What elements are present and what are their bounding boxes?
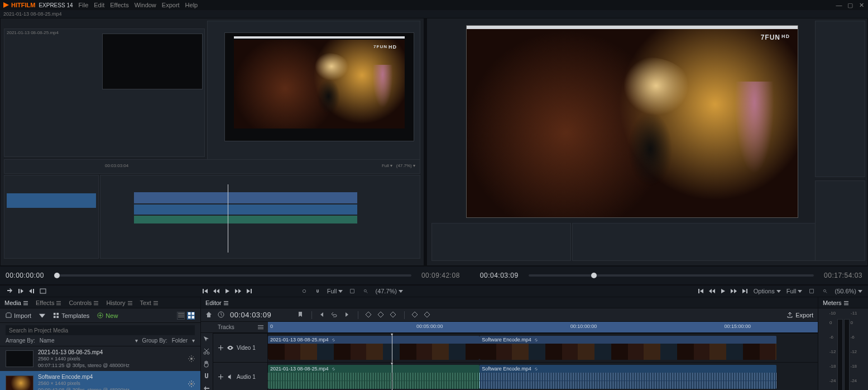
loop-icon[interactable] [6, 287, 13, 295]
menu-file[interactable]: File [79, 2, 89, 8]
playback-controls-right [697, 287, 749, 295]
quality-dropdown-right[interactable]: Full [787, 288, 803, 294]
dropdown-icon[interactable] [39, 312, 45, 318]
prev-frame-icon[interactable] [697, 287, 704, 295]
window-maximize[interactable]: ▢ [847, 2, 853, 9]
search-input[interactable] [6, 325, 195, 335]
grid-view-icon[interactable] [187, 312, 195, 320]
play-icon[interactable] [223, 287, 231, 295]
hand-tool-icon[interactable] [203, 360, 212, 369]
next-edit-icon[interactable] [343, 311, 351, 319]
meter-r [844, 319, 850, 390]
gear-icon[interactable] [188, 355, 195, 362]
tab-effects[interactable]: Effects [36, 299, 61, 306]
menu-help[interactable]: Help [185, 2, 198, 8]
home-icon[interactable] [205, 311, 213, 319]
next-frame-icon[interactable] [741, 287, 749, 295]
export-frame-icon[interactable] [39, 287, 47, 295]
add-icon[interactable] [218, 374, 224, 380]
fullscreen-icon[interactable] [348, 287, 356, 295]
editor-timecode[interactable]: 00:04:03:09 [230, 311, 271, 319]
zoom-icon[interactable] [821, 287, 829, 295]
zoom-dropdown-left[interactable]: (47.7%) [375, 288, 403, 294]
playhead[interactable] [392, 363, 392, 390]
step-fwd-icon[interactable] [730, 287, 738, 295]
tab-media[interactable]: Media [4, 299, 28, 306]
arrange-dropdown[interactable]: Name [40, 337, 55, 344]
tab-text[interactable]: Text [140, 299, 158, 306]
scrubber-left[interactable] [54, 274, 411, 277]
prev-frame-icon[interactable] [201, 287, 209, 295]
step-back-icon[interactable] [212, 287, 220, 295]
zoom-dropdown-right[interactable]: (50.6%) [835, 288, 862, 294]
svg-rect-2 [351, 289, 354, 293]
mask-icon[interactable] [300, 287, 308, 295]
group-dropdown[interactable]: Folder [172, 337, 188, 344]
time-ruler[interactable]: 0 00:05:00:00 00:10:00:00 00:15:00:00 [268, 322, 818, 332]
keyframe-icon[interactable] [411, 311, 419, 319]
zoom-icon[interactable] [362, 287, 370, 295]
snap-tool-icon[interactable] [203, 372, 212, 381]
tab-editor[interactable]: Editor [205, 299, 228, 306]
list-view-icon[interactable] [177, 312, 185, 320]
new-button[interactable]: New [97, 312, 118, 319]
play-icon[interactable] [719, 287, 727, 295]
tab-history[interactable]: History [106, 299, 132, 306]
add-icon[interactable] [218, 345, 224, 351]
menu-edit[interactable]: Edit [94, 2, 104, 8]
svg-rect-6 [23, 301, 28, 302]
window-minimize[interactable]: — [836, 2, 842, 9]
keyframe-icon[interactable] [424, 311, 431, 319]
step-back-icon[interactable] [708, 287, 716, 295]
slice-tool-icon[interactable] [203, 348, 212, 356]
tab-controls[interactable]: Controls [69, 299, 98, 306]
menu-window[interactable]: Window [135, 2, 156, 8]
clock-icon[interactable] [218, 311, 226, 319]
options-dropdown[interactable]: Options [754, 288, 781, 294]
audio-clip[interactable]: Software Encode.mp4 [479, 365, 776, 389]
eye-icon[interactable] [227, 345, 233, 351]
rate-tool-icon[interactable] [203, 384, 212, 390]
templates-button[interactable]: Templates [53, 312, 89, 319]
video-clip[interactable]: Software Encode.mp4 [479, 336, 776, 360]
meter-peak-r: -11 [851, 311, 857, 316]
transport-bar: 00:00:00:00 00:09:42:08 00:04:03:09 00:1… [0, 266, 868, 285]
out-point-icon[interactable] [28, 287, 36, 295]
audio-track-content[interactable]: 2021-01-13 08-08-25.mp4 Software Encode.… [268, 363, 818, 390]
speaker-icon[interactable] [227, 374, 233, 380]
import-button[interactable]: Import [6, 312, 31, 319]
media-item[interactable]: Software Encode.mp4 2560 × 1440 pixels 0… [0, 371, 200, 390]
select-tool-icon[interactable] [203, 335, 212, 344]
audio-clip[interactable]: 2021-01-13 08-08-25.mp4 [268, 365, 479, 389]
menu-export[interactable]: Export [162, 2, 180, 8]
prev-edit-icon[interactable] [319, 311, 327, 319]
undo-icon[interactable] [331, 311, 339, 319]
gear-icon[interactable] [188, 381, 195, 387]
nested-instance-right: 7FUNHD [426, 18, 868, 266]
snap-icon[interactable] [314, 287, 322, 295]
media-item[interactable]: 2021-01-13 08-08-25.mp4 2560 × 1440 pixe… [0, 346, 200, 371]
video-clip[interactable]: 2021-01-13 08-08-25.mp4 [268, 336, 479, 360]
hamburger-icon[interactable] [258, 325, 263, 330]
playhead[interactable] [392, 334, 392, 362]
watermark-icon: 7FUNHD [761, 34, 790, 41]
video-track-content[interactable]: 2021-01-13 08-08-25.mp4 Software Encode.… [268, 334, 818, 362]
scrubber-right[interactable] [529, 274, 814, 277]
quality-dropdown-left[interactable]: Full [327, 288, 343, 294]
window-close[interactable]: ✕ [858, 2, 865, 9]
tab-meters[interactable]: Meters [823, 299, 848, 306]
keyframe-icon[interactable] [377, 311, 385, 319]
next-frame-icon[interactable] [246, 287, 253, 295]
meters-panel-head: Meters [818, 297, 868, 308]
fullscreen-icon[interactable] [808, 287, 816, 295]
svg-rect-41 [258, 329, 263, 329]
viewer-preview-right[interactable]: 7FUNHD [466, 25, 798, 218]
menu-effects[interactable]: Effects [110, 2, 128, 8]
export-button[interactable]: Export [787, 312, 813, 318]
marker-icon[interactable] [297, 311, 305, 319]
keyframe-icon[interactable] [365, 311, 373, 319]
nested-viewer-preview[interactable]: 7FUNHD [224, 32, 414, 141]
in-point-icon[interactable] [17, 287, 25, 295]
step-fwd-icon[interactable] [234, 287, 242, 295]
keyframe-icon[interactable] [390, 311, 397, 319]
